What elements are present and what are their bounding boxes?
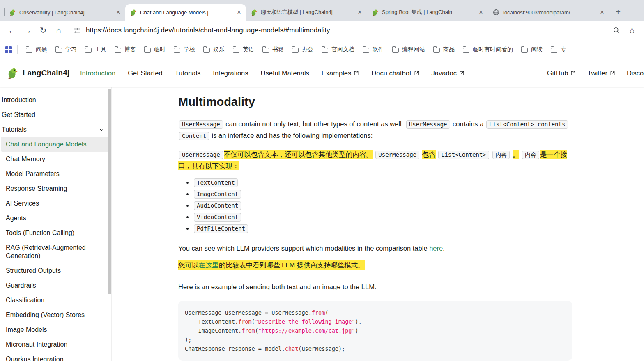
tab-close-icon[interactable]: ×	[115, 9, 122, 16]
home-icon[interactable]: ⌂	[52, 24, 65, 37]
nav-examples[interactable]: Examples	[322, 69, 359, 77]
site-brand[interactable]: LangChain4j	[7, 67, 69, 79]
nav-discord[interactable]: Discord	[627, 69, 644, 77]
sidebar-category-tutorials[interactable]: Tutorials	[1, 122, 111, 137]
tab-title: Observability | LangChain4j	[19, 9, 111, 16]
browser-tab[interactable]: Observability | LangChain4j ×	[5, 4, 125, 21]
sidebar-item[interactable]: Guardrails	[1, 278, 111, 293]
site-info-icon[interactable]	[73, 27, 81, 34]
bookmark-folder[interactable]: 工具	[81, 43, 110, 56]
browser-tab[interactable]: localhost:9003/modelparam/ ×	[488, 4, 609, 21]
tab-close-icon[interactable]: ×	[235, 9, 243, 16]
sidebar-item[interactable]: Classification	[1, 293, 111, 308]
bookmark-star-icon[interactable]: ☆	[626, 24, 639, 37]
code-line: UserMessage userMessage = UserMessage.fr…	[185, 308, 566, 317]
sidebar-item[interactable]: Structured Outputs	[1, 263, 111, 278]
bookmark-label: 专	[561, 46, 566, 53]
folder-icon	[85, 48, 92, 53]
nav-docu-chatbot[interactable]: Docu chatbot	[371, 69, 419, 77]
bookmark-folder[interactable]: 英语	[229, 43, 258, 56]
bookmark-folder[interactable]: 学校	[170, 43, 199, 56]
nav-introduction[interactable]: Introduction	[80, 69, 115, 77]
code-token: from	[312, 309, 325, 316]
doc-main: Multimodality UserMessage can contain no…	[112, 87, 644, 361]
tab-close-icon[interactable]: ×	[598, 9, 606, 16]
browser-tab[interactable]: 聊天和语言模型 | LangChain4j ×	[246, 4, 367, 21]
tab-close-icon[interactable]: ×	[477, 9, 485, 16]
list-item: TextContent	[193, 179, 572, 186]
sidebar-item[interactable]: Agents	[1, 211, 111, 226]
bookmark-folder[interactable]: 临时有时间看的	[459, 43, 517, 56]
bookmark-label: 英语	[243, 46, 254, 53]
bookmark-label: 学校	[184, 46, 195, 53]
bookmark-folder[interactable]: 软件	[359, 43, 388, 56]
bookmark-folder[interactable]: 娱乐	[199, 43, 229, 56]
folder-icon	[322, 48, 328, 53]
new-tab-button[interactable]: +	[612, 7, 624, 18]
bookmark-folder[interactable]: 问题	[22, 43, 51, 56]
sidebar-item[interactable]: Quarkus Integration	[1, 352, 111, 361]
sidebar-item[interactable]: Embedding (Vector) Stores	[1, 308, 111, 322]
nav-useful-materials[interactable]: Useful Materials	[261, 69, 309, 77]
bookmark-folder[interactable]: 官网文档	[317, 43, 359, 56]
bookmark-folder[interactable]: 临时	[140, 43, 170, 56]
nav-tutorials[interactable]: Tutorials	[175, 69, 201, 77]
sidebar-item[interactable]: Tools (Function Calling)	[1, 226, 111, 240]
browser-tab[interactable]: Spring Boot 集成 | LangChain ×	[367, 4, 488, 21]
bookmark-folder[interactable]: 阅读	[517, 43, 547, 56]
bookmark-folder[interactable]: 编程网站	[388, 43, 429, 56]
bookmark-folder[interactable]: 商品	[429, 43, 459, 56]
nav-javadoc[interactable]: Javadoc	[432, 69, 465, 77]
sidebar-item-label: Tutorials	[2, 126, 27, 134]
sidebar-item[interactable]: AI Services	[1, 196, 111, 211]
bookmark-label: 问题	[36, 46, 47, 53]
tab-close-icon[interactable]: ×	[356, 9, 363, 16]
nav-twitter[interactable]: Twitter	[587, 69, 615, 77]
sidebar-item-chat-and-language-models[interactable]: Chat and Language Models	[1, 137, 111, 152]
bookmark-folder[interactable]: 博客	[110, 43, 140, 56]
inline-code: TextContent	[194, 178, 238, 187]
nav-integrations[interactable]: Integrations	[213, 69, 248, 77]
inline-code: AudioContent	[194, 201, 241, 210]
back-icon[interactable]: ←	[5, 24, 18, 37]
browser-tab-active[interactable]: Chat and Language Models | ×	[125, 4, 246, 21]
reload-icon[interactable]: ↻	[37, 24, 50, 37]
external-link-icon	[354, 71, 359, 76]
nav-github[interactable]: GitHub	[547, 69, 576, 77]
sidebar-item-introduction[interactable]: Introduction	[1, 93, 111, 107]
bookmark-label: 博客	[124, 46, 136, 53]
bookmark-folder[interactable]: 书籍	[258, 43, 288, 56]
zoom-icon[interactable]	[610, 24, 623, 37]
sidebar-item[interactable]: Response Streaming	[1, 181, 111, 196]
sidebar-item[interactable]: Model Parameters	[1, 167, 111, 181]
folder-icon	[262, 48, 269, 53]
folder-icon	[392, 48, 399, 53]
folder-icon	[292, 48, 299, 53]
globe-favicon	[493, 9, 500, 16]
bookmark-folder[interactable]: 学习	[51, 43, 81, 56]
sidebar-item[interactable]: Image Models	[1, 322, 111, 337]
nav-get-started[interactable]: Get Started	[128, 69, 162, 77]
bookmark-label: 临时有时间看的	[473, 46, 513, 53]
bookmark-folder[interactable]: 专	[547, 43, 570, 56]
sidebar-item[interactable]: RAG (Retrieval-Augmented Generation)	[1, 240, 111, 263]
url-text[interactable]: https://docs.langchain4j.dev/tutorials/c…	[86, 26, 330, 34]
forward-icon[interactable]: →	[21, 24, 34, 37]
list-item: ImageContent	[193, 190, 572, 198]
sidebar-item[interactable]: Chat Memory	[1, 152, 111, 167]
comparison-table-link-zh[interactable]: 在这里	[199, 260, 219, 270]
apps-grid-icon[interactable]	[3, 46, 14, 53]
list-item: PdfFileContent	[193, 225, 572, 232]
sidebar-item-get-started[interactable]: Get Started	[1, 107, 111, 122]
code-line: ImageContent.from("https://example.com/c…	[185, 326, 566, 335]
paragraph-en-3: Here is an example of sending both text …	[178, 281, 572, 292]
comparison-table-link[interactable]: here	[429, 244, 443, 252]
inline-code: PdfFileContent	[194, 224, 248, 233]
bookmark-label: 娱乐	[213, 46, 225, 53]
address-bar[interactable]: https://docs.langchain4j.dev/tutorials/c…	[69, 23, 606, 38]
code-token: from	[242, 327, 255, 334]
browser-window: Observability | LangChain4j × Chat and L…	[0, 0, 644, 361]
bookmark-folder[interactable]: 办公	[288, 43, 317, 56]
sidebar-item[interactable]: Micronaut Integration	[1, 337, 111, 352]
sidebar-scrollbar[interactable]	[108, 89, 111, 294]
